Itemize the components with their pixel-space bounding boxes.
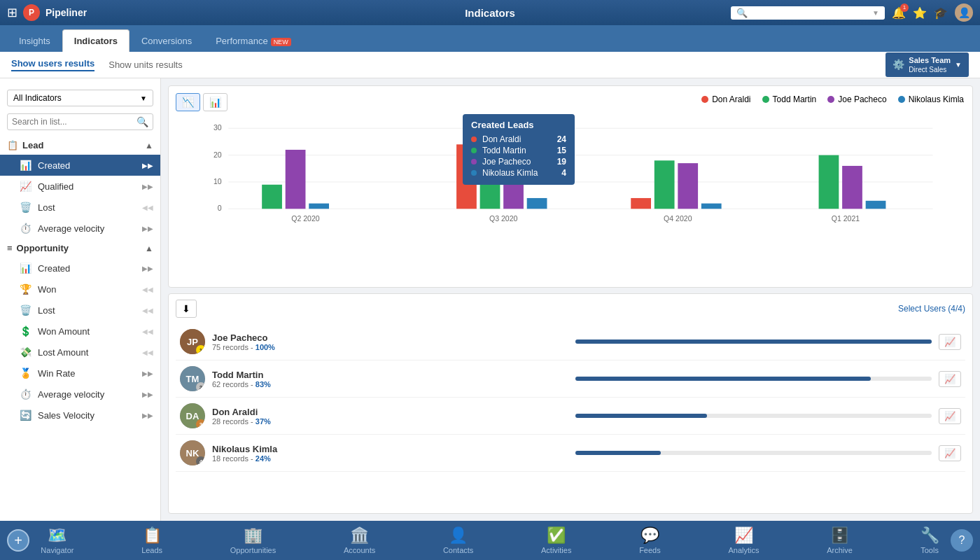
ranking-avatar-joe: JP 1 (180, 329, 205, 354)
ranking-row-nik: NK 4 Nikolaus Kimla 18 records - 24% 📈 (176, 435, 965, 472)
lead-created-label: Created (38, 160, 136, 171)
svg-rect-24 (866, 201, 886, 209)
ranking-info-joe: Joe Pacheco 75 records - 100% (212, 332, 568, 351)
bottom-navigation: + 🗺️ Navigator 📋 Leads 🏢 Opportunities 🏛… (0, 521, 980, 560)
sidebar-item-lead-lost[interactable]: 🗑️ Lost ◀◀ (0, 197, 160, 218)
nav-item-accounts[interactable]: 🏛️ Accounts (337, 524, 382, 557)
ranking-bar-wrap-joe (575, 340, 932, 344)
opp-sales-vel-label: Sales Velocity (38, 410, 136, 421)
select-users-btn[interactable]: Select Users (4/4) (898, 304, 965, 314)
sidebar-item-lead-avg-velocity[interactable]: ⏱️ Average velocity ▶▶ (0, 218, 160, 239)
nav-item-navigator[interactable]: 🗺️ Navigator (34, 524, 80, 557)
line-chart-btn[interactable]: 📉 (176, 93, 200, 111)
sort-button[interactable]: ⬇ (176, 300, 197, 318)
show-users-btn[interactable]: Show users results (11, 58, 94, 71)
nav-left: ⊞ P Pipeliner (7, 4, 724, 21)
rank-badge-todd: 2 (196, 382, 205, 391)
team-selector[interactable]: ⚙️ Sales Team Direct Sales ▼ (886, 52, 969, 77)
sidebar-item-opp-won[interactable]: 🏆 Won ◀◀ (0, 279, 160, 300)
nav-item-feeds[interactable]: 💬 Feeds (632, 524, 668, 557)
contacts-label: Contacts (443, 546, 473, 554)
nav-item-tools[interactable]: 🔧 Tools (913, 524, 946, 557)
ranking-action-don[interactable]: 📈 (939, 408, 961, 424)
user-avatar[interactable]: 👤 (955, 4, 973, 22)
svg-rect-8 (262, 185, 282, 209)
opp-won-label: Won (38, 284, 136, 295)
tooltip-todd-name: Todd Martin (482, 146, 552, 155)
sidebar-item-lead-created[interactable]: 📊 Created ▶▶ (0, 155, 160, 176)
tab-insights[interactable]: Insights (7, 29, 62, 52)
sidebar-item-opp-sales-velocity[interactable]: 🔄 Sales Velocity ▶▶ (0, 405, 160, 426)
ranking-bar-bg-nik (575, 451, 932, 455)
team-dropdown-arrow[interactable]: ▼ (955, 61, 962, 69)
section-lead[interactable]: 📋 Lead ▲ (0, 136, 160, 155)
ranking-bar-don (575, 414, 707, 418)
opp-won-amount-icon: 💲 (20, 326, 32, 337)
opp-lost-amount-label: Lost Amount (38, 347, 136, 358)
opp-lost-icon: 🗑️ (20, 304, 32, 316)
ranking-bar-wrap-don (575, 414, 932, 418)
sidebar-item-opp-avg-velocity[interactable]: ⏱️ Average velocity ▶▶ (0, 384, 160, 405)
show-units-btn[interactable]: Show units results (108, 59, 183, 70)
opp-toggle[interactable]: ▲ (145, 244, 153, 253)
ranking-bar-wrap-nik (575, 451, 932, 455)
ranking-records-todd: 62 records - 83% (212, 380, 568, 388)
ranking-action-todd[interactable]: 📈 (939, 371, 961, 387)
legend-todd-dot (762, 96, 769, 103)
nav-item-activities[interactable]: ✅ Activities (534, 524, 578, 557)
nav-item-leads[interactable]: 📋 Leads (134, 524, 169, 557)
archive-label: Archive (827, 546, 853, 554)
ranking-info-nik: Nikolaus Kimla 18 records - 24% (212, 444, 568, 463)
sidebar-item-opp-win-rate[interactable]: 🏅 Win Rate ▶▶ (0, 363, 160, 384)
chart-legend: Don Araldi Todd Martin Joe Pacheco Nikol… (701, 94, 964, 104)
tooltip-todd-dot (471, 148, 477, 153)
nav-item-contacts[interactable]: 👤 Contacts (436, 524, 480, 557)
add-button[interactable]: + (7, 529, 29, 552)
ranking-bar-bg-don (575, 414, 932, 418)
search-bar[interactable]: 🔍 ▼ (731, 6, 885, 20)
opp-lost-label: Lost (38, 305, 136, 316)
help-icon[interactable]: 🎓 (934, 6, 948, 20)
tooltip-don-val: 24 (557, 134, 566, 144)
opportunities-icon: 🏢 (244, 526, 262, 545)
tab-conversions[interactable]: Conversions (130, 29, 204, 52)
rank-badge-don: 3 (196, 419, 205, 428)
tooltip-nik-dot (471, 170, 477, 176)
lead-toggle[interactable]: ▲ (145, 141, 153, 150)
sidebar-search-input[interactable] (12, 117, 136, 127)
nav-item-opportunities[interactable]: 🏢 Opportunities (223, 524, 283, 557)
tab-performance[interactable]: PerformanceNEW (204, 29, 302, 52)
sidebar-item-opp-lost[interactable]: 🗑️ Lost ◀◀ (0, 300, 160, 321)
ranking-bar-wrap-todd (575, 377, 932, 381)
sidebar-item-opp-created[interactable]: 📊 Created ▶▶ (0, 258, 160, 279)
svg-text:10: 10 (214, 177, 222, 186)
nav-item-analytics[interactable]: 📈 Analytics (721, 524, 766, 557)
sidebar-item-opp-lost-amount[interactable]: 💸 Lost Amount ◀◀ (0, 342, 160, 363)
help-button[interactable]: ? (951, 529, 973, 552)
svg-text:Q1 2021: Q1 2021 (832, 214, 860, 223)
analytics-label: Analytics (728, 546, 759, 554)
ranking-action-joe[interactable]: 📈 (939, 334, 961, 350)
chart-tooltip: Created Leads Don Araldi 24 Todd Martin … (463, 114, 575, 185)
indicators-dropdown[interactable]: All Indicators ▼ (7, 90, 153, 106)
favorites-icon[interactable]: ⭐ (913, 6, 927, 20)
lead-avg-vel-label: Average velocity (38, 223, 136, 234)
dropdown-label: All Indicators (13, 93, 62, 103)
bar-chart-btn[interactable]: 📊 (203, 93, 227, 111)
opp-won-arrow: ◀◀ (142, 286, 153, 293)
tab-indicators[interactable]: Indicators (62, 29, 130, 52)
search-input[interactable] (750, 8, 872, 18)
team-name: Sales Team (909, 55, 951, 65)
sidebar-item-opp-won-amount[interactable]: 💲 Won Amount ◀◀ (0, 321, 160, 342)
bar-chart-container: 📉 📊 Don Araldi Todd Martin Joe Pacheco (168, 85, 973, 288)
notifications-icon[interactable]: 🔔 1 (892, 6, 906, 20)
dropdown-arrow[interactable]: ▼ (872, 9, 879, 17)
section-opportunity[interactable]: ≡ Opportunity ▲ (0, 239, 160, 258)
tooltip-nik-name: Nikolaus Kimla (482, 168, 556, 178)
lead-qualified-label: Qualified (38, 181, 136, 192)
grid-icon[interactable]: ⊞ (7, 5, 18, 20)
sidebar-item-lead-qualified[interactable]: 📈 Qualified ▶▶ (0, 176, 160, 197)
nav-item-archive[interactable]: 🗄️ Archive (820, 524, 860, 557)
lead-avg-vel-arrow: ▶▶ (142, 225, 153, 232)
ranking-action-nik[interactable]: 📈 (939, 445, 961, 461)
